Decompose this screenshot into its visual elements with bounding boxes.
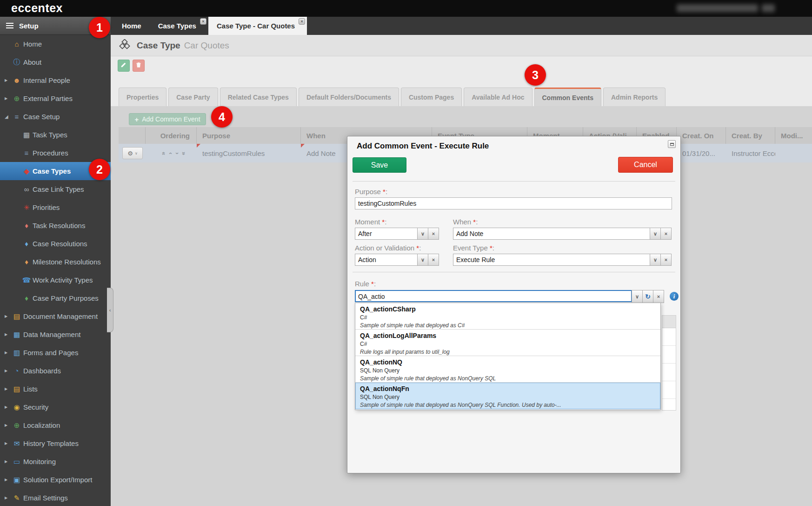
sidebar-item-data-management[interactable]: ▶ ▦ Data Management — [0, 325, 111, 344]
rule-option-qa-actioncsharp[interactable]: QA_actionCSharp C# Sample of simple rule… — [355, 303, 660, 330]
tab-properties[interactable]: Properties — [119, 88, 166, 106]
sidebar-item-lists[interactable]: ▶ ▤ Lists — [0, 380, 111, 398]
info-icon[interactable]: i — [670, 292, 679, 301]
hamburger-icon[interactable] — [6, 23, 13, 24]
sidebar-item-task-resolutions[interactable]: ♦ Task Resolutions — [0, 216, 111, 235]
close-icon[interactable]: × — [200, 18, 206, 25]
expand-arrow-icon[interactable]: ▶ — [5, 369, 7, 373]
move-bottom-icon[interactable]: » — [180, 151, 187, 155]
sidebar-item-localization[interactable]: ▶ ⊕ Localization — [0, 416, 111, 434]
rule-option-qa-actionnq[interactable]: QA_actionNQ SQL Non Query Sample of simp… — [355, 356, 660, 383]
expand-arrow-icon[interactable]: ▶ — [5, 387, 7, 391]
sidebar-item-dashboards[interactable]: ▶ ◔ Dashboards — [0, 362, 111, 380]
chevron-down-icon[interactable]: ∨ — [632, 290, 643, 303]
sidebar-item-email-settings[interactable]: ▶ ✎ Email Settings — [0, 489, 111, 506]
column-header-created-by[interactable]: Creat. By — [726, 127, 775, 144]
tab-case-party[interactable]: Case Party — [168, 88, 218, 106]
sidebar-item-case-setup[interactable]: ◢ ≡ Case Setup — [0, 108, 111, 126]
tab-default-folders-documents[interactable]: Default Folders/Documents — [299, 88, 399, 106]
tab-related-case-types[interactable]: Related Case Types — [220, 88, 297, 106]
expand-arrow-icon[interactable]: ▶ — [5, 423, 7, 427]
event-type-combobox[interactable]: Execute Rule ∨ × — [453, 254, 672, 266]
expand-arrow-icon[interactable]: ▶ — [5, 96, 7, 101]
sidebar-item-label: About — [23, 58, 41, 66]
move-down-icon[interactable]: › — [173, 152, 180, 154]
move-top-icon[interactable]: « — [160, 151, 167, 155]
tab-home[interactable]: Home — [113, 17, 150, 35]
sidebar-item-security[interactable]: ▶ ◉ Security — [0, 398, 111, 416]
when-combobox[interactable]: Add Note ∨ × — [453, 228, 672, 240]
sidebar-item-priorities[interactable]: ✳ Priorities — [0, 198, 111, 216]
action-or-validation-value[interactable]: Action — [355, 254, 418, 266]
close-icon[interactable]: × — [299, 18, 305, 25]
chevron-down-icon[interactable]: ∨ — [417, 228, 428, 240]
chevron-down-icon[interactable]: ∨ — [650, 228, 661, 240]
rule-option-qa-actionnqfn[interactable]: QA_actionNqFn SQL Non Query Sample of si… — [355, 383, 660, 409]
save-button[interactable]: Save — [353, 157, 406, 173]
refresh-icon[interactable]: ↻ — [642, 290, 653, 303]
column-header-modified[interactable]: Modi... — [775, 127, 812, 144]
sidebar-item-home[interactable]: ⌂ Home — [0, 35, 111, 53]
rule-option-qa-actionlogallparams[interactable]: QA_actionLogAllParams C# Rule logs all i… — [355, 330, 660, 356]
action-or-validation-combobox[interactable]: Action ∨ × — [355, 254, 439, 266]
sidebar-item-solution-export-import[interactable]: ▶ ▣ Solution Export/Import — [0, 471, 111, 489]
sidebar-item-case-resolutions[interactable]: ♦ Case Resolutions — [0, 235, 111, 253]
sidebar-item-procedures[interactable]: ≡ Procedures — [0, 144, 111, 162]
purpose-input[interactable]: testingCustomRules — [355, 197, 672, 209]
edit-button[interactable] — [118, 60, 130, 72]
delete-button[interactable] — [133, 60, 145, 72]
sidebar-item-document-management[interactable]: ▶ ▤ Document Management — [0, 307, 111, 325]
sidebar-item-case-link-types[interactable]: ∞ Case Link Types — [0, 180, 111, 198]
expand-arrow-icon[interactable]: ▶ — [5, 405, 7, 409]
tab-custom-pages[interactable]: Custom Pages — [401, 88, 462, 106]
moment-combobox[interactable]: After ∨ × — [355, 228, 439, 240]
expand-arrow-icon[interactable]: ▶ — [5, 478, 7, 482]
clear-icon[interactable]: × — [660, 228, 672, 240]
expand-arrow-icon[interactable]: ▶ — [5, 314, 7, 318]
chevron-down-icon[interactable]: ∨ — [417, 254, 428, 266]
expand-arrow-icon[interactable]: ▶ — [5, 351, 7, 355]
cancel-button[interactable]: Cancel — [618, 157, 673, 173]
clear-icon[interactable]: × — [428, 254, 439, 266]
sidebar-item-work-activity-types[interactable]: ☎ Work Activity Types — [0, 271, 111, 289]
sidebar-item-about[interactable]: ⓘ About — [0, 53, 111, 71]
column-header-ordering[interactable]: Ordering — [146, 127, 197, 144]
tab-admin-reports[interactable]: Admin Reports — [603, 88, 666, 106]
when-value[interactable]: Add Note — [453, 228, 650, 240]
chevron-down-icon[interactable]: ∨ — [650, 254, 661, 266]
expand-arrow-icon[interactable]: ▶ — [5, 459, 7, 464]
sidebar-item-monitoring[interactable]: ▶ ▭ Monitoring — [0, 452, 111, 471]
tab-case-type-car-quotes[interactable]: Case Type - Car Quotes × — [208, 17, 307, 35]
sidebar-item-milestone-resolutions[interactable]: ♦ Milestone Resolutions — [0, 253, 111, 271]
sidebar-item-external-parties[interactable]: ▶ ⊕ External Parties — [0, 89, 111, 108]
expand-arrow-icon[interactable]: ▶ — [5, 332, 7, 337]
add-common-event-button[interactable]: + Add Common Event — [129, 113, 206, 125]
tab-available-ad-hoc[interactable]: Available Ad Hoc — [464, 88, 532, 106]
moment-value[interactable]: After — [355, 228, 418, 240]
column-header-purpose[interactable]: Purpose — [197, 127, 301, 144]
sidebar-item-history-templates[interactable]: ▶ ✉ History Templates — [0, 434, 111, 452]
row-gear-button[interactable]: ⚙ ∨ — [122, 147, 143, 159]
event-type-value[interactable]: Execute Rule — [453, 254, 650, 266]
expand-arrow-icon[interactable]: ▶ — [5, 78, 7, 82]
annotation-badge-3: 3 — [525, 64, 546, 86]
collapse-arrow-icon[interactable]: ◢ — [5, 114, 8, 119]
sidebar-item-label: Document Management — [23, 312, 98, 320]
sidebar-item-task-types[interactable]: ▦ Task Types — [0, 126, 111, 144]
clear-icon[interactable]: × — [660, 254, 672, 266]
column-header-created-on[interactable]: Creat. On — [677, 127, 726, 144]
move-up-icon[interactable]: ‹ — [167, 152, 174, 154]
clear-icon[interactable]: × — [653, 290, 664, 303]
tab-common-events[interactable]: Common Events — [534, 88, 601, 106]
rule-input[interactable]: QA_actio — [355, 290, 632, 302]
sidebar-item-internal-people[interactable]: ▶ ☻ Internal People — [0, 71, 111, 89]
expand-arrow-icon[interactable]: ▶ — [5, 441, 7, 445]
expand-arrow-icon[interactable]: ▶ — [5, 496, 7, 500]
column-header-actions[interactable] — [119, 127, 146, 144]
sidebar-collapse-handle[interactable]: ‹ — [107, 288, 113, 332]
tab-case-types[interactable]: Case Types × — [150, 17, 208, 35]
clear-icon[interactable]: × — [428, 228, 439, 240]
restore-window-icon[interactable] — [668, 140, 676, 148]
sidebar-item-case-party-purposes[interactable]: ♦ Case Party Purposes — [0, 289, 111, 307]
sidebar-item-forms-and-pages[interactable]: ▶ ▥ Forms and Pages — [0, 344, 111, 362]
